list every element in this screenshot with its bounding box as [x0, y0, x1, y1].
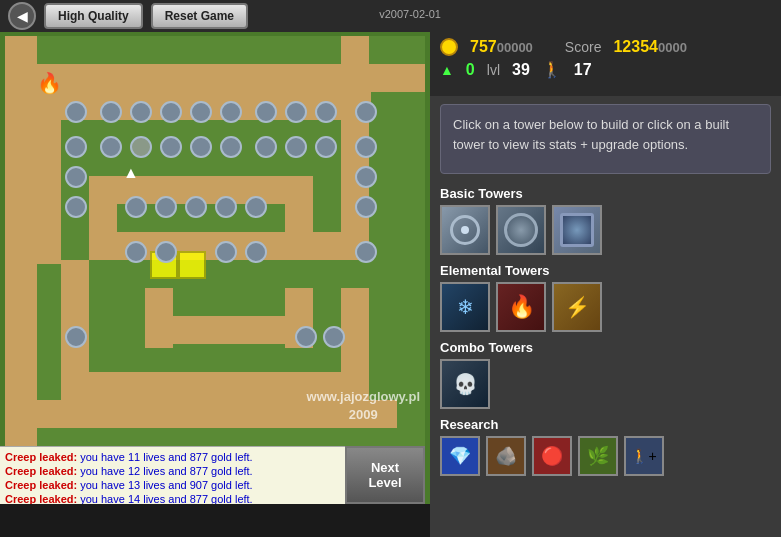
watermark: www.jajozglowy.pl 2009 [307, 388, 420, 424]
elemental-tower-2[interactable]: 🔥 [496, 282, 546, 332]
score-display: 123540000 [613, 38, 686, 56]
basic-tower-3[interactable] [552, 205, 602, 255]
tower-1-inner [450, 215, 480, 245]
electric-icon: ⚡ [565, 295, 590, 319]
basic-towers-row [440, 205, 771, 255]
lives-arrow: ▲ [440, 62, 454, 78]
log-line-3: Creep leaked: you have 13 lives and 907 … [5, 478, 340, 492]
research-btn-person[interactable]: 🚶+ [624, 436, 664, 476]
research-brown-icon: 🪨 [495, 445, 517, 467]
combo-towers-row: 💀 [440, 359, 771, 409]
lives-value: 0 [466, 61, 475, 79]
research-btn-red[interactable]: 🔴 [532, 436, 572, 476]
info-box: Click on a tower below to build or click… [440, 104, 771, 174]
gold-icon [440, 38, 458, 56]
basic-tower-2[interactable] [496, 205, 546, 255]
basic-towers-title: Basic Towers [440, 186, 771, 201]
log-line-2: Creep leaked: you have 12 lives and 877 … [5, 464, 340, 478]
research-red-icon: 🔴 [541, 445, 563, 467]
log-area: Creep leaked: you have 11 lives and 877 … [0, 446, 345, 504]
elemental-towers-section: Elemental Towers ❄ 🔥 ⚡ [430, 259, 781, 336]
elemental-towers-title: Elemental Towers [440, 263, 771, 278]
combo-tower-1[interactable]: 💀 [440, 359, 490, 409]
fire-icon: 🔥 [508, 294, 535, 320]
level-label: lvl [487, 62, 500, 78]
research-btn-blue[interactable]: 💎 [440, 436, 480, 476]
enemies-icon: 🚶 [542, 60, 562, 79]
quality-button[interactable]: High Quality [44, 3, 143, 29]
tower-1-dot [461, 226, 469, 234]
top-bar: ◀ High Quality Reset Game v2007-02-01 [0, 0, 781, 32]
level-value: 39 [512, 61, 530, 79]
stats-bar: 75700000 Score 123540000 ▲ 0 lvl 39 🚶 17 [430, 32, 781, 96]
elemental-tower-1[interactable]: ❄ [440, 282, 490, 332]
right-panel: 75700000 Score 123540000 ▲ 0 lvl 39 🚶 17… [430, 32, 781, 537]
basic-tower-1[interactable] [440, 205, 490, 255]
skull-icon: 💀 [453, 372, 478, 396]
combo-towers-section: Combo Towers 💀 [430, 336, 781, 413]
version-text: v2007-02-01 [379, 8, 441, 20]
back-button[interactable]: ◀ [8, 2, 36, 30]
elemental-tower-3[interactable]: ⚡ [552, 282, 602, 332]
research-btn-green[interactable]: 🌿 [578, 436, 618, 476]
research-person-icon: 🚶+ [631, 448, 656, 464]
research-section: Research 💎 🪨 🔴 🌿 🚶+ [430, 413, 781, 480]
research-btn-brown[interactable]: 🪨 [486, 436, 526, 476]
next-level-button[interactable]: Next Level [345, 446, 425, 504]
reset-button[interactable]: Reset Game [151, 3, 248, 29]
enemies-value: 17 [574, 61, 592, 79]
log-line-4: Creep leaked: you have 14 lives and 877 … [5, 492, 340, 504]
game-area[interactable]: ▲ 🔥 www.jajozglowy.pl 2009 Creep leaked:… [0, 32, 430, 504]
basic-towers-section: Basic Towers [430, 182, 781, 259]
main-layout: ▲ 🔥 www.jajozglowy.pl 2009 Creep leaked:… [0, 32, 781, 537]
ice-icon: ❄ [457, 295, 474, 319]
research-title: Research [440, 417, 771, 432]
elemental-towers-row: ❄ 🔥 ⚡ [440, 282, 771, 332]
research-row: 💎 🪨 🔴 🌿 🚶+ [440, 436, 771, 476]
game-map[interactable]: ▲ 🔥 www.jajozglowy.pl 2009 [5, 36, 425, 464]
research-blue-icon: 💎 [449, 445, 471, 467]
log-line-1: Creep leaked: you have 11 lives and 877 … [5, 450, 340, 464]
research-green-icon: 🌿 [587, 445, 609, 467]
gold-display: 75700000 [470, 38, 533, 56]
combo-towers-title: Combo Towers [440, 340, 771, 355]
